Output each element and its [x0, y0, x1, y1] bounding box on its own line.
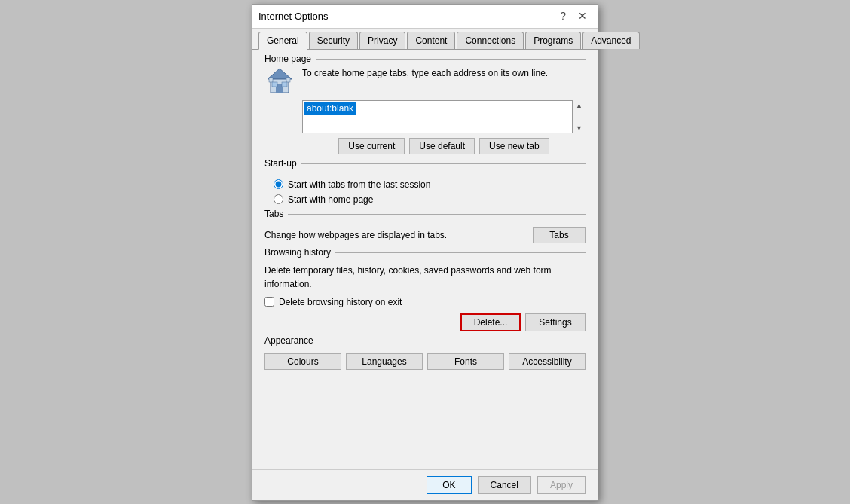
homepage-buttons: Use current Use default Use new tab: [302, 138, 586, 154]
scroll-down-icon[interactable]: ▼: [574, 123, 584, 133]
colours-button[interactable]: Colours: [264, 353, 341, 370]
browsing-history-section: Browsing history Delete temporary files,…: [264, 252, 586, 331]
delete-on-exit-checkbox[interactable]: [264, 297, 274, 307]
use-default-button[interactable]: Use default: [409, 138, 475, 154]
tabs-section-content: Change how webpages are displayed in tab…: [264, 221, 586, 243]
tab-programs[interactable]: Programs: [525, 32, 581, 49]
startup-option2-label: Start with home page: [288, 194, 373, 205]
tabs-description: Change how webpages are displayed in tab…: [264, 230, 447, 240]
delete-on-exit-label: Delete browsing history on exit: [279, 297, 402, 307]
accessibility-button[interactable]: Accessibility: [509, 353, 586, 370]
svg-rect-6: [282, 82, 287, 87]
use-newtab-button[interactable]: Use new tab: [479, 138, 549, 154]
history-section-content: Delete temporary files, history, cookies…: [264, 259, 586, 331]
close-button[interactable]: ✕: [573, 9, 592, 23]
startup-option1[interactable]: Start with tabs from the last session: [274, 179, 586, 190]
svg-rect-4: [286, 78, 290, 82]
tabs-behavior-section: Tabs Change how webpages are displayed i…: [264, 214, 586, 243]
tab-content[interactable]: Content: [407, 32, 455, 49]
ok-button[interactable]: OK: [427, 476, 471, 494]
title-bar-controls: ? ✕: [555, 9, 592, 23]
use-current-button[interactable]: Use current: [338, 138, 405, 154]
house-icon: [264, 66, 295, 96]
tab-security[interactable]: Security: [309, 32, 358, 49]
startup-section-label: Start-up: [264, 158, 301, 169]
delete-button[interactable]: Delete...: [460, 313, 521, 331]
homepage-section-label: Home page: [264, 53, 316, 64]
startup-radio2[interactable]: [274, 194, 283, 204]
delete-on-exit-row: Delete browsing history on exit: [264, 297, 586, 307]
homepage-input-area: about:blank ▲ ▼ Use current Use default …: [302, 100, 586, 154]
homepage-textarea-wrapper: about:blank ▲ ▼: [302, 100, 586, 133]
startup-radio1[interactable]: [274, 179, 283, 189]
help-button[interactable]: ?: [555, 9, 570, 23]
svg-rect-5: [272, 82, 277, 87]
appearance-section: Appearance Colours Languages Fonts Acces…: [264, 341, 586, 370]
history-description: Delete temporary files, history, cookies…: [264, 264, 586, 291]
history-section-label: Browsing history: [264, 247, 335, 258]
scroll-up-icon[interactable]: ▲: [574, 100, 584, 111]
cancel-button[interactable]: Cancel: [478, 476, 531, 494]
history-buttons: Delete... Settings: [264, 313, 586, 331]
homepage-section: Home page To create home page tabs, type…: [264, 59, 586, 154]
languages-button[interactable]: Languages: [346, 353, 423, 370]
internet-options-dialog: Internet Options ? ✕ General Security Pr…: [252, 4, 598, 501]
startup-section: Start-up Start with tabs from the last s…: [264, 163, 586, 205]
tab-privacy[interactable]: Privacy: [359, 32, 405, 49]
apply-button[interactable]: Apply: [537, 476, 586, 494]
tab-content-area: Home page To create home page tabs, type…: [252, 50, 598, 469]
appearance-section-label: Appearance: [264, 335, 318, 346]
startup-option2[interactable]: Start with home page: [274, 194, 586, 205]
startup-options: Start with tabs from the last session St…: [264, 172, 586, 205]
dialog-footer: OK Cancel Apply: [252, 469, 598, 500]
scrollbar[interactable]: ▲ ▼: [572, 100, 586, 133]
history-settings-button[interactable]: Settings: [525, 313, 586, 331]
svg-rect-3: [269, 78, 273, 82]
startup-option1-label: Start with tabs from the last session: [288, 179, 430, 190]
tab-connections[interactable]: Connections: [457, 32, 524, 49]
tabs-section-label: Tabs: [264, 209, 288, 219]
title-bar: Internet Options ? ✕: [252, 5, 598, 29]
appearance-buttons: Colours Languages Fonts Accessibility: [264, 347, 586, 370]
tab-general[interactable]: General: [258, 32, 307, 50]
tab-advanced[interactable]: Advanced: [582, 32, 639, 49]
tabs-button[interactable]: Tabs: [533, 227, 586, 243]
homepage-value[interactable]: about:blank: [304, 102, 356, 115]
homepage-row: To create home page tabs, type each addr…: [264, 66, 586, 96]
homepage-instruction: To create home page tabs, type each addr…: [302, 66, 548, 80]
tabs-bar: General Security Privacy Content Connect…: [252, 29, 598, 50]
dialog-title: Internet Options: [258, 11, 329, 22]
fonts-button[interactable]: Fonts: [427, 353, 504, 370]
